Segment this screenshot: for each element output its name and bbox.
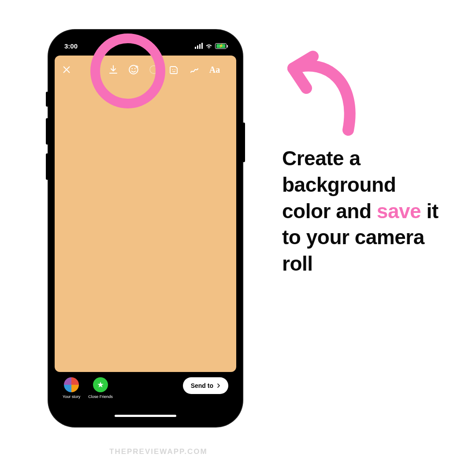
instruction-accent: save (377, 200, 421, 223)
draw-icon[interactable] (189, 64, 200, 75)
highlight-circle (90, 33, 165, 108)
close-friends-button[interactable]: ★ Close Friends (88, 377, 113, 399)
send-to-label: Send to (191, 382, 213, 389)
your-story-button[interactable]: Your story (63, 377, 80, 399)
close-icon[interactable] (61, 64, 72, 75)
your-story-avatar (64, 377, 79, 392)
phone-side-button (242, 123, 245, 162)
send-to-button[interactable]: Send to (183, 377, 228, 394)
text-icon[interactable]: Aa (209, 64, 220, 75)
your-story-label: Your story (63, 394, 80, 399)
arrow-annotation (275, 44, 372, 141)
chevron-right-icon (215, 382, 222, 389)
battery-icon: ⚡ (215, 43, 227, 49)
phone-side-button (46, 118, 48, 145)
sticker-icon[interactable] (168, 64, 180, 75)
signal-icon (195, 43, 203, 49)
phone-side-button (46, 92, 48, 107)
home-indicator (115, 415, 176, 417)
instruction-text: Create a background color and save it to… (282, 145, 441, 277)
charging-icon: ⚡ (219, 44, 223, 48)
status-indicators: ⚡ (195, 43, 227, 49)
wifi-icon (205, 43, 212, 48)
close-friends-label: Close Friends (88, 394, 113, 399)
share-bar: Your story ★ Close Friends Send to (55, 372, 236, 420)
svg-point-5 (175, 69, 175, 70)
watermark: THEPREVIEWAPP.COM (109, 447, 208, 456)
svg-point-4 (172, 69, 173, 70)
star-icon: ★ (93, 377, 108, 392)
phone-side-button (46, 153, 48, 180)
status-time: 3:00 (64, 42, 78, 50)
